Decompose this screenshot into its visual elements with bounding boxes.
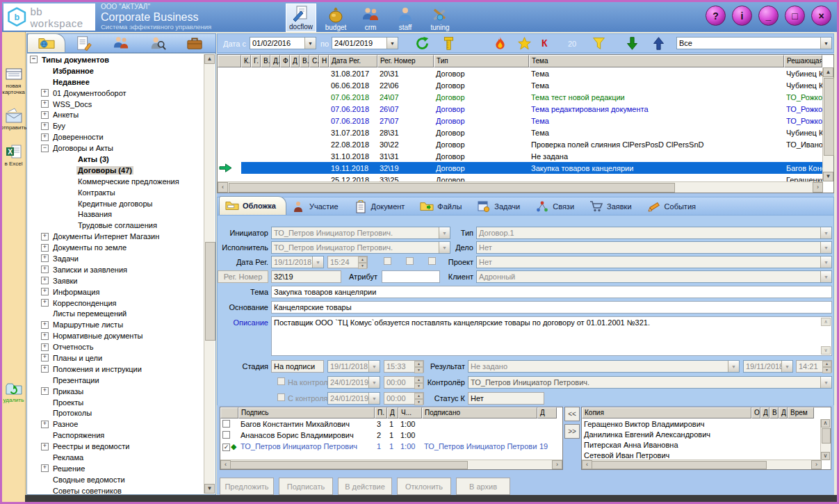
- action-button[interactable]: Предложить: [220, 478, 274, 495]
- k-filter-button[interactable]: К: [541, 38, 548, 49]
- tree-item[interactable]: −Типы документов: [27, 54, 204, 65]
- module-budget[interactable]: budget: [320, 3, 351, 32]
- action-button[interactable]: В архив: [456, 478, 510, 495]
- column-header[interactable]: С.: [309, 55, 319, 67]
- result-date-combo[interactable]: 19/11/2018▼: [743, 360, 793, 373]
- action-button[interactable]: В действие: [338, 478, 392, 495]
- scroll-thumb[interactable]: [824, 78, 834, 156]
- document-row[interactable]: 19.11.201832\19ДоговорЗакупка товаров ка…: [218, 162, 833, 174]
- chevron-down-icon[interactable]: ▼: [368, 393, 380, 404]
- card-tab-inactive[interactable]: Заявки: [584, 198, 642, 215]
- column-header[interactable]: Ч...: [398, 407, 422, 418]
- card-tab-inactive[interactable]: Задачи: [471, 198, 530, 215]
- reg-number-button[interactable]: Рег. Номер: [218, 270, 268, 283]
- sidebar-delete-button[interactable]: удалить: [2, 380, 25, 404]
- flame-icon[interactable]: [493, 36, 507, 51]
- document-row[interactable]: 07.06.201824\07ДоговорТема тест новой ре…: [218, 91, 833, 103]
- info-button[interactable]: i: [732, 6, 752, 26]
- tree-item[interactable]: Презентации: [27, 375, 204, 386]
- expand-icon[interactable]: +: [41, 122, 49, 130]
- signatures-hscrollbar[interactable]: ‹ ›: [220, 460, 562, 469]
- tree-item[interactable]: Протоколы: [27, 408, 204, 419]
- scroll-thumb[interactable]: [230, 461, 468, 469]
- signature-checkbox[interactable]: ✓: [222, 444, 230, 451]
- table-horizontal-scrollbar[interactable]: ‹ ›: [218, 181, 823, 193]
- card-tab-inactive[interactable]: Участие: [286, 198, 348, 215]
- signature-row[interactable]: Ананасов Борис Владимирович211:00: [220, 430, 562, 441]
- stage-date-combo[interactable]: 19/11/2018▼: [327, 360, 380, 373]
- copy-row[interactable]: Сетевой Иван Петрович: [582, 450, 831, 460]
- column-header[interactable]: Врем: [788, 407, 814, 418]
- signature-row[interactable]: Багов Константин Михайлович311:00: [220, 418, 562, 430]
- chevron-down-icon[interactable]: ▼: [820, 227, 831, 238]
- tree-item[interactable]: Трудовые соглашения: [27, 220, 204, 231]
- sort-up-button[interactable]: [651, 36, 666, 51]
- tree-item[interactable]: +Анкеты: [27, 109, 204, 120]
- column-header[interactable]: Ф: [280, 55, 290, 67]
- tree-item[interactable]: +Документы Интернет Магазин: [27, 231, 204, 242]
- tree-item[interactable]: Контракты: [27, 187, 204, 198]
- scroll-thumb[interactable]: [205, 242, 215, 341]
- expand-icon[interactable]: +: [41, 332, 49, 340]
- expand-icon[interactable]: +: [41, 133, 49, 141]
- tree-item[interactable]: +Корреспонденция: [27, 298, 204, 309]
- signature-checkbox[interactable]: [222, 431, 230, 439]
- reg-date-combo[interactable]: 19/11/2018▼: [271, 256, 324, 268]
- tree-item[interactable]: Акты (3): [27, 154, 204, 165]
- nav-tab-4[interactable]: [139, 34, 176, 52]
- tree-item[interactable]: +Разное: [27, 418, 204, 430]
- expand-icon[interactable]: +: [41, 321, 49, 329]
- nav-tab-5[interactable]: [176, 34, 213, 52]
- tree-item[interactable]: Договоры (47): [27, 165, 204, 176]
- card-tab-inactive[interactable]: События: [642, 198, 706, 215]
- column-header[interactable]: Тип: [434, 55, 529, 67]
- result-time-spinner[interactable]: 14:21▲▼: [796, 360, 832, 373]
- column-header[interactable]: Н: [319, 55, 329, 67]
- expand-icon[interactable]: +: [41, 233, 49, 241]
- table-vertical-scrollbar[interactable]: ▲ ▼: [822, 67, 833, 181]
- copies-hscrollbar[interactable]: ‹ ›: [582, 460, 822, 469]
- tree-item[interactable]: +Маршрутные листы: [27, 319, 204, 330]
- tree-item[interactable]: +Нормативные документы: [27, 330, 204, 341]
- nav-tab-2[interactable]: [65, 34, 102, 52]
- reg-time-spinner[interactable]: 15:24▲▼: [327, 256, 368, 268]
- column-header[interactable]: Д.: [270, 55, 280, 67]
- column-header[interactable]: В: [769, 407, 779, 418]
- help-button[interactable]: ?: [706, 6, 726, 26]
- document-row[interactable]: 22.08.201830\22ДоговорПроверка полей сли…: [218, 138, 833, 150]
- column-header[interactable]: Д: [537, 407, 557, 418]
- collapse-icon[interactable]: −: [30, 56, 38, 63]
- tree-item[interactable]: Названия: [27, 209, 204, 220]
- document-row[interactable]: 07.06.201826\07ДоговорТема редактировани…: [218, 103, 833, 115]
- document-row[interactable]: 06.06.201822\06ДоговорТемаЧубинец Ки: [218, 79, 833, 91]
- scroll-up-icon[interactable]: ∧: [821, 419, 830, 428]
- move-left-button[interactable]: <<: [564, 407, 580, 421]
- filter-funnel-button[interactable]: [592, 36, 606, 51]
- scroll-up-icon[interactable]: ▲: [204, 54, 215, 64]
- action-button[interactable]: Подписать: [279, 478, 333, 495]
- tree-item[interactable]: −Договоры и Акты: [27, 143, 204, 154]
- column-header[interactable]: Рег. Номер: [377, 55, 434, 67]
- sort-down-button[interactable]: [625, 36, 640, 51]
- chevron-down-icon[interactable]: ▼: [820, 271, 831, 282]
- column-header[interactable]: Д: [387, 407, 398, 418]
- copy-row[interactable]: Питерская Анна Ивановна: [582, 439, 831, 450]
- chevron-down-icon[interactable]: ▼: [820, 242, 831, 253]
- card-tab-active[interactable]: Обложка: [219, 196, 286, 215]
- result-combo[interactable]: Не задано▼: [468, 360, 740, 373]
- card-tab-inactive[interactable]: Документ: [348, 198, 415, 215]
- expand-icon[interactable]: +: [41, 464, 49, 472]
- spinner-arrows-icon[interactable]: ▲▼: [822, 361, 831, 372]
- tree-item[interactable]: +WSS_Docs: [27, 99, 204, 110]
- sidebar-to-excel-button[interactable]: Xв Excel: [2, 143, 25, 168]
- on-control-checkbox[interactable]: [277, 377, 285, 385]
- nav-tab-1[interactable]: [27, 33, 65, 52]
- tree-item[interactable]: +Записки и заявления: [27, 264, 204, 275]
- expand-icon[interactable]: +: [41, 100, 49, 108]
- copy-row[interactable]: Геращенко Виктор Владимирович: [582, 418, 831, 429]
- theme-input[interactable]: Закупка товаров канцелярии: [271, 286, 832, 298]
- document-row[interactable]: 31.10.201831\31ДоговорНе задана: [218, 150, 833, 162]
- tree-item[interactable]: Советы советников: [27, 485, 204, 494]
- expand-icon[interactable]: +: [41, 365, 49, 373]
- scroll-thumb[interactable]: [229, 183, 675, 193]
